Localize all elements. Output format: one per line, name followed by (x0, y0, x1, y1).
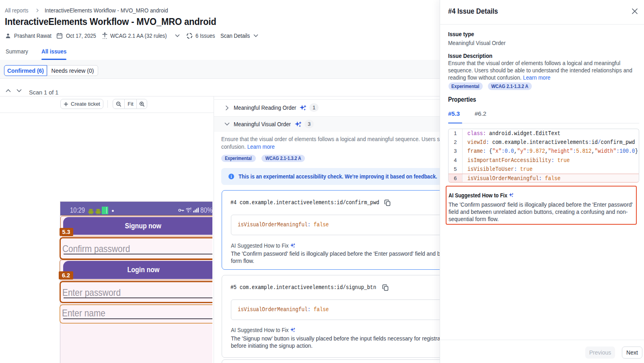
svg-text:6: 6 (190, 207, 191, 210)
